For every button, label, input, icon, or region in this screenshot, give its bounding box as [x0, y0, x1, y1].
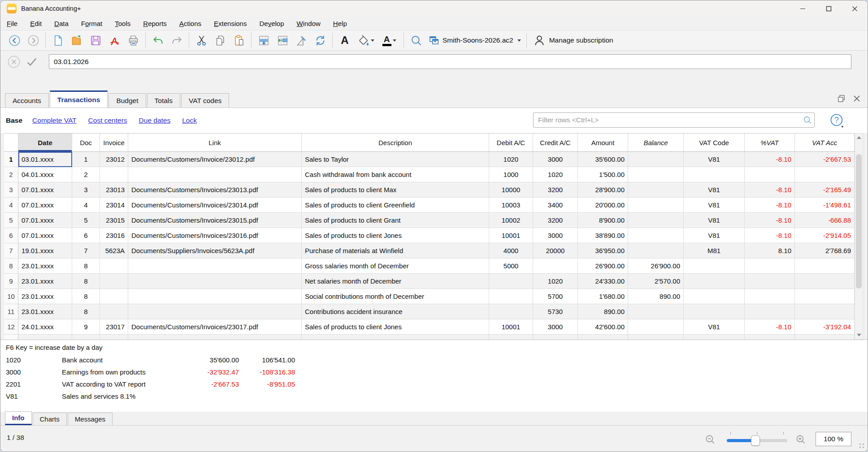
view-link-complete-vat[interactable]: Complete VAT: [32, 116, 77, 125]
cell-date[interactable]: 07.01.xxxx: [18, 228, 72, 243]
cell-balance[interactable]: 2'570.00: [628, 274, 684, 289]
manage-subscription-button[interactable]: Manage subscription: [529, 32, 617, 48]
cell-vat-code[interactable]: V81: [684, 198, 745, 213]
cell-vat-pct[interactable]: [745, 274, 795, 289]
cell-credit[interactable]: 1020: [533, 167, 578, 182]
row-number[interactable]: 9: [4, 274, 18, 289]
menu-item-tools[interactable]: Tools: [115, 20, 130, 27]
menu-item-extensions[interactable]: Extensions: [214, 20, 247, 27]
cell-vat-pct[interactable]: -8.10: [745, 152, 795, 167]
cell-debit[interactable]: 5000: [489, 258, 533, 274]
row-number[interactable]: 6: [4, 228, 18, 243]
cell-amount[interactable]: 20'000.00: [578, 198, 628, 213]
cell-invoice[interactable]: [100, 274, 128, 289]
cell-description[interactable]: Sales of products to client Max: [302, 182, 489, 198]
cell-doc[interactable]: 8: [72, 289, 100, 304]
cell-link[interactable]: Documents/Suppliers/Invoices/5623A.pdf: [128, 243, 302, 258]
cell-debit[interactable]: 10003: [489, 198, 533, 213]
cell-link[interactable]: Documents/Customers/Invoice/23012.pdf: [128, 152, 302, 167]
cell-amount[interactable]: 36'950.00: [578, 243, 628, 258]
cell-date[interactable]: 19.01.xxxx: [18, 243, 72, 258]
font-color-icon[interactable]: A: [378, 32, 401, 49]
row-number[interactable]: 13: [4, 335, 18, 340]
design-icon[interactable]: [292, 32, 311, 49]
cell-amount[interactable]: 500.00: [578, 335, 628, 340]
cell-vat-code[interactable]: V81: [684, 152, 745, 167]
cell-link[interactable]: Documents/Customers/Invoices/23015.pdf: [128, 213, 302, 228]
cell-invoice[interactable]: [100, 335, 128, 340]
row-number[interactable]: 7: [4, 243, 18, 258]
cell-date[interactable]: 03.01.xxxx: [18, 152, 72, 167]
cell-credit[interactable]: 3400: [533, 198, 578, 213]
cell-amount[interactable]: 1'500.00: [578, 167, 628, 182]
paste-icon[interactable]: [230, 32, 248, 49]
row-number[interactable]: 5: [4, 213, 18, 228]
cell-date[interactable]: 07.01.xxxx: [18, 182, 72, 198]
cell-amount[interactable]: 38'890.00: [578, 228, 628, 243]
minimize-button[interactable]: [790, 0, 816, 17]
cell-doc[interactable]: 3: [72, 182, 100, 198]
menu-item-develop[interactable]: Develop: [259, 20, 284, 27]
view-link-lock[interactable]: Lock: [182, 116, 197, 125]
row-number[interactable]: 10: [4, 289, 18, 304]
search-icon[interactable]: [407, 32, 425, 49]
cell-date[interactable]: 24.01.xxxx: [18, 335, 72, 340]
cancel-edit-icon[interactable]: [5, 53, 23, 70]
cell-doc[interactable]: 6: [72, 228, 100, 243]
cell-vat-code[interactable]: [684, 258, 745, 274]
view-link-due-dates[interactable]: Due dates: [139, 116, 171, 125]
cell-vat-acc[interactable]: [795, 167, 855, 182]
zoom-out-icon[interactable]: [703, 432, 718, 447]
cell-link[interactable]: [128, 335, 302, 340]
cell-vat-code[interactable]: V81: [684, 182, 745, 198]
column-header-date[interactable]: Date: [18, 133, 72, 151]
bottom-tab-messages[interactable]: Messages: [68, 413, 113, 425]
cut-icon[interactable]: [192, 32, 211, 49]
cell-amount[interactable]: 890.00: [578, 304, 628, 319]
cell-doc[interactable]: 1: [72, 152, 100, 167]
cell-vat-acc[interactable]: 2'768.69: [795, 243, 855, 258]
cell-link[interactable]: [128, 167, 302, 182]
cell-description[interactable]: Customs at the border paid in cash: [302, 335, 489, 340]
cell-invoice[interactable]: 5623A: [100, 243, 128, 258]
row-number[interactable]: 1: [4, 152, 18, 167]
cell-vat-code[interactable]: [684, 289, 745, 304]
column-header-description[interactable]: Description: [302, 133, 489, 151]
cell-debit[interactable]: [489, 335, 533, 340]
cell-date[interactable]: 04.01.xxxx: [18, 167, 72, 182]
cell-vat-code[interactable]: V81: [684, 228, 745, 243]
column-header-credit-a-c[interactable]: Credit A/C: [533, 133, 578, 151]
cell-credit[interactable]: 1000: [533, 335, 578, 340]
zoom-slider-handle[interactable]: [751, 435, 760, 446]
cell-balance[interactable]: [628, 335, 684, 340]
cell-vat-acc[interactable]: -2'667.53: [795, 152, 855, 167]
cell-invoice[interactable]: [100, 167, 128, 182]
pdf-export-icon[interactable]: [105, 32, 124, 49]
cell-link[interactable]: Documents/Customers/Invoices/23013.pdf: [128, 182, 302, 198]
cell-vat-pct[interactable]: [745, 258, 795, 274]
cell-link[interactable]: [128, 274, 302, 289]
cell-description[interactable]: Contributions accident insurance: [302, 304, 489, 319]
cell-doc[interactable]: 8: [72, 274, 100, 289]
cell-invoice[interactable]: 23017: [100, 319, 128, 335]
column-header-link[interactable]: Link: [128, 133, 302, 151]
cell-doc[interactable]: 2: [72, 167, 100, 182]
scrollbar-thumb[interactable]: [856, 154, 862, 288]
cell-balance[interactable]: [628, 152, 684, 167]
cell-credit[interactable]: 3200: [533, 182, 578, 198]
cell-vat-acc[interactable]: -666.88: [795, 213, 855, 228]
zoom-level-value[interactable]: 100 %: [816, 432, 851, 446]
zoom-slider[interactable]: [727, 434, 787, 445]
cell-vat-pct[interactable]: [745, 304, 795, 319]
cell-date[interactable]: 07.01.xxxx: [18, 198, 72, 213]
menu-item-file[interactable]: File: [7, 20, 17, 27]
cell-vat-code[interactable]: M81.2: [684, 335, 745, 340]
cell-invoice[interactable]: [100, 258, 128, 274]
scroll-up-icon[interactable]: [855, 133, 863, 142]
cell-debit[interactable]: 1020: [489, 152, 533, 167]
row-number[interactable]: 12: [4, 319, 18, 335]
cell-doc[interactable]: 9: [72, 319, 100, 335]
cell-vat-acc[interactable]: [795, 274, 855, 289]
cell-amount[interactable]: 28'900.00: [578, 182, 628, 198]
cell-vat-acc[interactable]: -1'498.61: [795, 198, 855, 213]
